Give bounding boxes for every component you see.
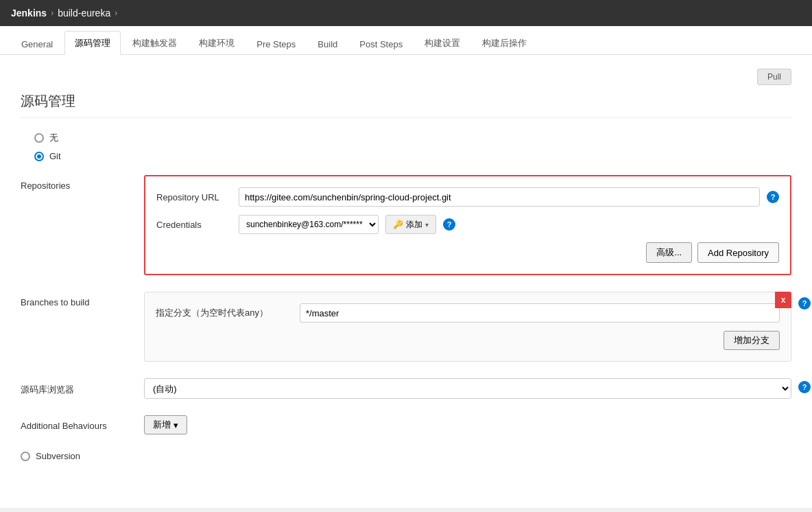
repositories-content: Repository URL ? Credentials sunchenbink… [144, 175, 791, 275]
browser-row: (自动) [144, 378, 791, 399]
advanced-button[interactable]: 高级... [646, 242, 692, 263]
add-branch-button[interactable]: 增加分支 [724, 331, 780, 350]
section-title: 源码管理 [21, 92, 791, 118]
source-browser-help-icon[interactable]: ? [798, 381, 811, 393]
source-browser-select[interactable]: (自动) [144, 378, 791, 399]
branch-row: 指定分支（为空时代表any） [156, 303, 780, 323]
radio-none-label: 无 [49, 132, 58, 144]
remove-branch-button[interactable]: x [775, 292, 791, 308]
add-repository-button[interactable]: Add Repository [697, 242, 779, 263]
repo-url-input[interactable] [239, 187, 760, 207]
repo-buttons-row: 高级... Add Repository [156, 242, 779, 263]
scm-radio-group: 无 Git [34, 132, 791, 161]
source-browser-section: 源码库浏览器 (自动) ? [21, 378, 791, 399]
tab-general[interactable]: General [11, 33, 63, 55]
add-new-chevron: ▾ [174, 420, 178, 430]
source-browser-content: (自动) ? [144, 378, 791, 399]
tab-source[interactable]: 源码管理 [64, 31, 121, 55]
source-browser-label: 源码库浏览器 [21, 378, 144, 399]
main-content: Pull 源码管理 无 Git Repositories Repository … [0, 55, 812, 508]
tab-pre-steps[interactable]: Pre Steps [246, 33, 306, 55]
pull-button[interactable]: Pull [757, 69, 791, 85]
jenkins-link[interactable]: Jenkins [11, 8, 47, 19]
breadcrumb-chevron-1: › [51, 8, 53, 18]
credentials-help-icon[interactable]: ? [443, 218, 455, 231]
add-new-button[interactable]: 新增 ▾ [144, 415, 187, 434]
branches-help-icon[interactable]: ? [798, 297, 811, 310]
additional-behaviours-label: Additional Behaviours [21, 415, 144, 434]
repositories-section: Repositories Repository URL ? Credential… [21, 175, 791, 275]
add-credentials-chevron: ▾ [425, 221, 429, 229]
branch-input[interactable] [300, 303, 780, 323]
tab-settings[interactable]: 构建设置 [414, 31, 470, 55]
repo-url-label: Repository URL [156, 192, 232, 202]
branches-content: x 指定分支（为空时代表any） 增加分支 ? [144, 292, 791, 362]
key-icon: 🔑 [393, 220, 403, 229]
add-credentials-label: 添加 [406, 219, 422, 231]
additional-behaviours-content: 新增 ▾ [144, 415, 791, 434]
breadcrumb-chevron-2: › [115, 8, 117, 18]
credentials-select[interactable]: sunchenbinkey@163.com/****** [239, 215, 379, 234]
additional-behaviours-section: Additional Behaviours 新增 ▾ [21, 415, 791, 434]
top-right-area: Pull [21, 69, 791, 85]
branches-box: x 指定分支（为空时代表any） 增加分支 [144, 292, 791, 362]
subversion-row: Subversion [21, 451, 791, 461]
radio-none-circle [34, 133, 44, 143]
branches-label: Branches to build [21, 292, 144, 362]
repo-url-help-icon[interactable]: ? [767, 191, 779, 203]
tab-post-steps[interactable]: Post Steps [349, 33, 413, 55]
tab-triggers[interactable]: 构建触发器 [122, 31, 187, 55]
header: Jenkins › build-eureka › [0, 0, 812, 26]
radio-subversion-circle [21, 452, 30, 461]
repositories-label: Repositories [21, 175, 144, 275]
radio-git-label: Git [49, 151, 61, 161]
radio-subversion-label: Subversion [36, 451, 80, 461]
branches-section: Branches to build x 指定分支（为空时代表any） 增加分支 … [21, 292, 791, 362]
tabs-bar: General 源码管理 构建触发器 构建环境 Pre Steps Build … [0, 26, 812, 55]
credentials-row: Credentials sunchenbinkey@163.com/******… [156, 215, 779, 234]
radio-none-item[interactable]: 无 [34, 132, 791, 144]
tab-build[interactable]: Build [307, 33, 348, 55]
build-link[interactable]: build-eureka [58, 8, 110, 19]
branch-field-label: 指定分支（为空时代表any） [156, 307, 293, 319]
radio-git-item[interactable]: Git [34, 151, 791, 161]
tab-env[interactable]: 构建环境 [189, 31, 245, 55]
tab-post-build[interactable]: 构建后操作 [472, 31, 537, 55]
add-new-label: 新增 [153, 419, 171, 431]
radio-git-circle [34, 152, 44, 161]
credentials-label: Credentials [156, 220, 232, 230]
add-credentials-button[interactable]: 🔑 添加 ▾ [385, 215, 436, 234]
repo-box: Repository URL ? Credentials sunchenbink… [144, 175, 791, 275]
repo-url-row: Repository URL ? [156, 187, 779, 207]
